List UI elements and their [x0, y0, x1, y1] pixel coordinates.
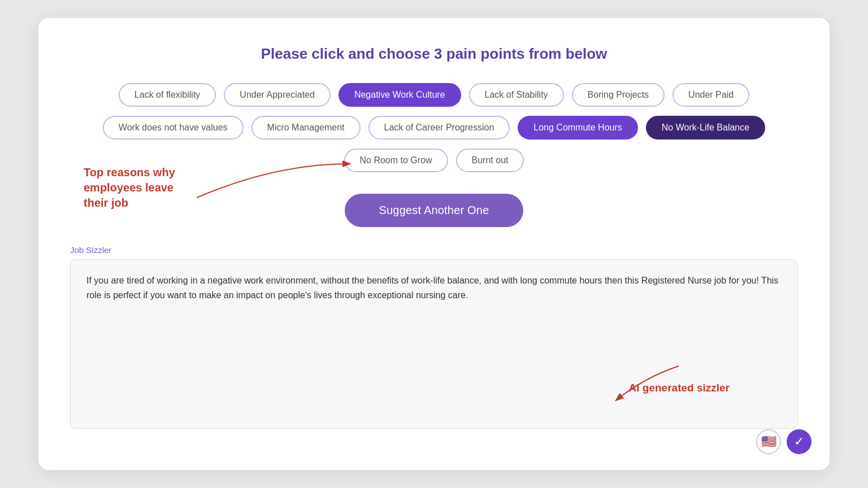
- chip-work-life-balance[interactable]: No Work-Life Balance: [646, 116, 765, 140]
- top-reasons-annotation: Top reasons why employees leave their jo…: [84, 165, 197, 211]
- sizzler-text: If you are tired of working in a negativ…: [86, 273, 782, 303]
- chip-micro-management[interactable]: Micro Management: [251, 116, 361, 140]
- chip-lack-of-flexibility[interactable]: Lack of flexibility: [119, 83, 216, 107]
- chip-career-progression[interactable]: Lack of Career Progression: [368, 116, 510, 140]
- suggest-another-button[interactable]: Suggest Another One: [345, 194, 523, 227]
- page-title: Please click and choose 3 pain points fr…: [70, 45, 798, 63]
- chip-lack-of-stability[interactable]: Lack of Stability: [469, 83, 564, 107]
- chip-under-appreciated[interactable]: Under Appreciated: [224, 83, 331, 107]
- main-card: Please click and choose 3 pain points fr…: [38, 18, 830, 470]
- chips-row-3: No Room to Grow Burnt out: [344, 149, 524, 172]
- sizzler-box: If you are tired of working in a negativ…: [70, 259, 798, 429]
- chips-area: Lack of flexibility Under Appreciated Ne…: [70, 83, 798, 172]
- ai-generated-label: AI generated sizzler: [629, 382, 730, 394]
- chip-long-commute[interactable]: Long Commute Hours: [518, 116, 638, 140]
- sizzler-section: Job Sizzler If you are tired of working …: [70, 245, 798, 429]
- check-icon: ✓: [794, 434, 804, 449]
- chip-no-room-to-grow[interactable]: No Room to Grow: [344, 149, 448, 172]
- chips-row-2: Work does not have values Micro Manageme…: [103, 116, 765, 140]
- chip-work-values[interactable]: Work does not have values: [103, 116, 244, 140]
- flag-button[interactable]: 🇺🇸: [756, 429, 781, 454]
- chip-negative-work-culture[interactable]: Negative Work Culture: [338, 83, 461, 107]
- bottom-actions: 🇺🇸 ✓: [756, 429, 811, 454]
- chip-boring-projects[interactable]: Boring Projects: [572, 83, 665, 107]
- check-button[interactable]: ✓: [787, 429, 811, 454]
- chip-under-paid[interactable]: Under Paid: [672, 83, 749, 107]
- sizzler-label: Job Sizzler: [70, 245, 798, 255]
- flag-icon: 🇺🇸: [761, 434, 776, 449]
- chips-row-1: Lack of flexibility Under Appreciated Ne…: [119, 83, 749, 107]
- chip-burnt-out[interactable]: Burnt out: [456, 149, 524, 172]
